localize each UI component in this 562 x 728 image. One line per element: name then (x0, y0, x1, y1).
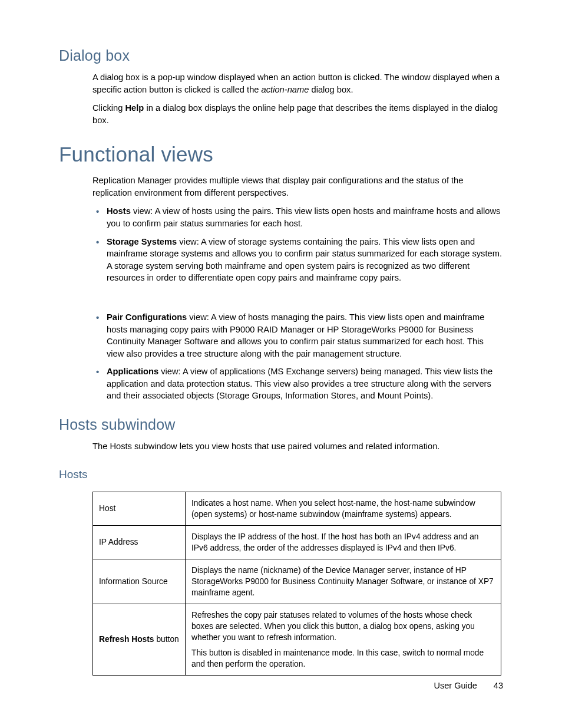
list-item: Storage Systems view: A view of storage … (92, 236, 503, 284)
dialog-box-body: A dialog box is a pop-up window displaye… (92, 71, 503, 126)
bold-term: Help (125, 103, 144, 113)
table-row: Host Indicates a host name. When you sel… (93, 492, 501, 525)
functional-views-list-2: Pair Configurations view: A view of host… (92, 311, 503, 402)
cell-label: IP Address (93, 525, 186, 559)
hosts-table: Host Indicates a host name. When you sel… (92, 492, 501, 676)
label-bold: Refresh Hosts (99, 635, 154, 644)
text: in a dialog box displays the online help… (92, 103, 498, 125)
italic-term: action-name (262, 85, 309, 94)
functional-views-intro: Replication Manager provides multiple vi… (92, 174, 503, 199)
list-item: Pair Configurations view: A view of host… (92, 311, 503, 360)
text: dialog box. (309, 85, 353, 94)
bullet-text: view: A view of applications (MS Exchang… (107, 367, 492, 400)
footer-doc: User Guide (434, 681, 477, 690)
cell-label: Information Source (93, 559, 186, 604)
page-footer: User Guide43 (434, 681, 503, 690)
hosts-subwindow-intro: The Hosts subwindow lets you view hosts … (92, 440, 503, 453)
heading-hosts-subwindow: Hosts subwindow (59, 416, 503, 433)
cell-label: Host (93, 492, 186, 525)
footer-page: 43 (494, 681, 503, 690)
label-rest: button (154, 635, 179, 644)
bullet-label: Pair Configurations (107, 312, 187, 322)
table-row: IP Address Displays the IP address of th… (93, 525, 501, 559)
dialog-box-p1: A dialog box is a pop-up window displaye… (92, 71, 503, 95)
dialog-box-p2: Clicking Help in a dialog box displays t… (92, 102, 503, 126)
cell-p2: This button is disabled in maintenance m… (191, 647, 495, 670)
table-row: Information Source Displays the name (ni… (93, 559, 501, 604)
cell-label: Refresh Hosts button (93, 604, 186, 675)
bullet-label: Hosts (107, 206, 131, 216)
list-item: Hosts view: A view of hosts using the pa… (92, 205, 503, 229)
heading-functional-views: Functional views (59, 143, 503, 166)
cell-desc: Indicates a host name. When you select h… (186, 492, 501, 525)
bullet-text: view: A view of hosts using the pairs. T… (107, 206, 500, 228)
heading-hosts-table: Hosts (59, 468, 503, 481)
text: Clicking (92, 103, 125, 113)
table-row: Refresh Hosts button Refreshes the copy … (93, 604, 501, 675)
hosts-subwindow-body: The Hosts subwindow lets you view hosts … (92, 440, 503, 453)
cell-desc: Refreshes the copy pair statuses related… (186, 604, 501, 675)
heading-dialog-box: Dialog box (59, 47, 503, 64)
list-item: Applications view: A view of application… (92, 365, 503, 402)
bullet-label: Applications (107, 367, 158, 376)
bullet-label: Storage Systems (107, 237, 177, 246)
cell-desc: Displays the IP address of the host. If … (186, 525, 501, 559)
cell-p1: Refreshes the copy pair statuses related… (191, 610, 495, 643)
functional-views-body: Replication Manager provides multiple vi… (92, 174, 503, 402)
functional-views-list: Hosts view: A view of hosts using the pa… (92, 205, 503, 284)
cell-desc: Displays the name (nickname) of the Devi… (186, 559, 501, 604)
